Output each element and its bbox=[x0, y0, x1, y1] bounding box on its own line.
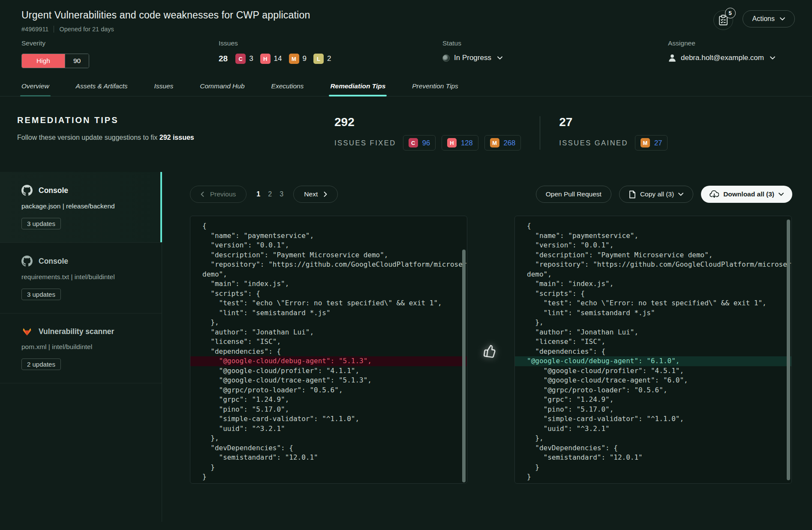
code-line: "author": "Jonathan Lui", bbox=[190, 328, 467, 337]
page-1[interactable]: 1 bbox=[253, 190, 264, 198]
scrollbar-thumb[interactable] bbox=[462, 250, 466, 482]
source-detail: requirements.txt | intel/buildintel bbox=[21, 273, 151, 281]
chevron-down-icon bbox=[780, 17, 785, 21]
tab-bar: OverviewAssets & ArtifactsIssuesCommand … bbox=[0, 76, 812, 96]
code-line: "description": "Payment Microservice dem… bbox=[515, 250, 791, 260]
code-line: } bbox=[515, 472, 791, 482]
pagination: Previous 123 Next bbox=[190, 186, 338, 203]
code-line: "scripts": { bbox=[515, 289, 791, 299]
divider bbox=[540, 116, 540, 150]
person-icon bbox=[668, 54, 677, 62]
issues-C-count: 3 bbox=[249, 54, 253, 63]
remediation-source-1[interactable]: Consolepackage.json | release/backend3 u… bbox=[0, 172, 162, 242]
code-line: "dependencies": { bbox=[515, 347, 791, 357]
code-line: "test": "echo \"Error: no test specified… bbox=[515, 298, 791, 308]
diff-panels: { "name": "paymentservice", "version": "… bbox=[190, 216, 792, 484]
code-line: "version": "0.0.1", bbox=[515, 241, 791, 250]
current-file-panel: { "name": "paymentservice", "version": "… bbox=[190, 216, 467, 484]
page-3[interactable]: 3 bbox=[276, 190, 287, 198]
issues-chip-H[interactable]: H128 bbox=[442, 135, 478, 151]
issues-C-group: C3 bbox=[235, 54, 253, 64]
tab-issues[interactable]: Issues bbox=[154, 82, 173, 96]
copy-all-button[interactable]: Copy all (3) bbox=[619, 186, 693, 203]
chevron-down-icon bbox=[770, 56, 775, 60]
issues-chip-C[interactable]: C96 bbox=[403, 135, 436, 151]
code-line: "semistandard": "12.0.1" bbox=[190, 453, 467, 463]
approve-suggestion-control[interactable] bbox=[481, 342, 500, 361]
section-subtitle: Follow these version update suggestions … bbox=[17, 134, 334, 142]
tab-prevention-tips[interactable]: Prevention Tips bbox=[412, 82, 458, 96]
code-line: "name": "paymentservice", bbox=[190, 231, 467, 241]
sidebar: Consolepackage.json | release/backend3 u… bbox=[0, 172, 162, 522]
code-line: "@google-cloud/trace-agent": "6.0", bbox=[515, 376, 791, 385]
page-2[interactable]: 2 bbox=[264, 190, 276, 198]
code-line: "name": "paymentservice", bbox=[515, 231, 791, 241]
code-line: { bbox=[515, 221, 791, 231]
assignee-label: Assignee bbox=[668, 39, 795, 47]
chevron-down-icon bbox=[779, 193, 784, 196]
source-title-row: Console bbox=[21, 256, 151, 267]
copy-all-label: Copy all (3) bbox=[640, 190, 674, 198]
code-line: "devDependencies": { bbox=[515, 443, 791, 453]
task-list-button[interactable]: 5 bbox=[713, 10, 733, 30]
code-line: "@google-cloud/profiler": "4.5.1", bbox=[515, 366, 791, 376]
download-all-button[interactable]: Download all (3) bbox=[701, 186, 792, 203]
chevron-down-icon bbox=[497, 56, 502, 60]
issues-chip-M[interactable]: M27 bbox=[635, 135, 668, 151]
tab-remediation-tips[interactable]: Remediation Tips bbox=[330, 82, 385, 96]
severity-H-icon: H bbox=[260, 54, 271, 64]
code-line: "dependencies": { bbox=[190, 347, 467, 357]
open-pull-request-button[interactable]: Open Pull Request bbox=[536, 186, 611, 203]
issues-gained-count: 27 bbox=[559, 115, 668, 129]
fixed-badges: C96H128M268 bbox=[403, 135, 521, 151]
scrollbar-thumb[interactable] bbox=[787, 220, 790, 480]
tab-command-hub[interactable]: Command Hub bbox=[200, 82, 244, 96]
code-line: "license": "ISC", bbox=[515, 337, 791, 347]
code-line: "@grpc/proto-loader": "0.5.6", bbox=[190, 385, 467, 395]
next-button[interactable]: Next bbox=[293, 186, 338, 203]
code-line: demo", bbox=[190, 270, 467, 280]
remediation-source-3[interactable]: Vulnerability scannerpom.xml | intel/bui… bbox=[0, 313, 162, 383]
status-value: In Progress bbox=[454, 54, 491, 62]
gitlab-icon bbox=[21, 326, 33, 337]
assignee-select[interactable]: debra.holt@example.com bbox=[668, 54, 795, 62]
code-line: "scripts": { bbox=[190, 289, 467, 299]
issues-breakdown: C3H14M9L2 bbox=[235, 54, 338, 64]
code-line: "@google-cloud/profiler": "4.1.1", bbox=[190, 366, 467, 376]
actions-button[interactable]: Actions bbox=[743, 10, 795, 27]
issues-gained-block: 27 ISSUES GAINED M27 bbox=[559, 115, 668, 172]
issues-total: 28 bbox=[219, 54, 228, 63]
code-line: "repository": "https://github.com/Google… bbox=[515, 260, 791, 270]
tab-executions[interactable]: Executions bbox=[271, 82, 304, 96]
summary-text: REMEDIATION TIPS Follow these version up… bbox=[17, 115, 334, 172]
source-title: Vulnerability scanner bbox=[39, 327, 114, 336]
code-line: "main": "index.js", bbox=[515, 279, 791, 289]
status-select[interactable]: In Progress bbox=[442, 54, 668, 62]
chevron-down-icon bbox=[678, 193, 683, 196]
code-line: "uuid": "^3.2.1" bbox=[190, 424, 467, 434]
severity-L-icon: L bbox=[313, 54, 324, 64]
previous-button[interactable]: Previous bbox=[190, 186, 247, 203]
code-line: "main": "index.js", bbox=[190, 279, 467, 289]
updates-count-badge: 3 updates bbox=[21, 289, 61, 300]
issues-L-count: 2 bbox=[327, 54, 331, 63]
actions-label: Actions bbox=[752, 15, 775, 23]
tab-assets-artifacts[interactable]: Assets & Artifacts bbox=[76, 82, 128, 96]
issues-chip-M[interactable]: M268 bbox=[484, 135, 521, 151]
code-line: "@grpc/proto-loader": "0.5.6", bbox=[515, 385, 791, 395]
code-line: } bbox=[190, 472, 467, 482]
top-bar: Urgent Vulnerabilities and code weakness… bbox=[0, 0, 812, 33]
code-line: "license": "ISC", bbox=[190, 337, 467, 347]
tab-overview[interactable]: Overview bbox=[21, 82, 49, 96]
github-icon bbox=[21, 185, 33, 196]
next-label: Next bbox=[304, 190, 318, 198]
code-line: "lint": "semistandard *.js" bbox=[190, 308, 467, 318]
code-line: "pino": "5.17.0", bbox=[515, 405, 791, 415]
page-numbers: 123 bbox=[253, 190, 287, 198]
right-code: { "name": "paymentservice", "version": "… bbox=[515, 221, 791, 482]
source-title-row: Vulnerability scanner bbox=[21, 326, 151, 337]
page-title: Urgent Vulnerabilities and code weakness… bbox=[21, 9, 310, 21]
code-line: "semistandard": "12.0.1" bbox=[515, 453, 791, 463]
remediation-summary: REMEDIATION TIPS Follow these version up… bbox=[0, 96, 812, 172]
remediation-source-2[interactable]: Consolerequirements.txt | intel/buildint… bbox=[0, 242, 162, 313]
